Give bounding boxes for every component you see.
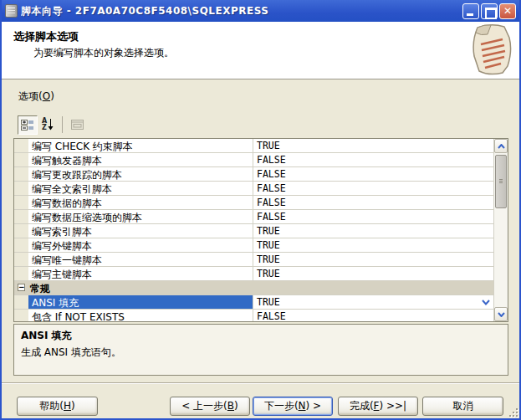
description-text: 生成 ANSI 填充语句。 — [21, 346, 501, 360]
option-value[interactable]: FALSE — [253, 210, 493, 223]
grid-row[interactable]: 包含 If NOT EXISTSFALSE — [14, 310, 493, 321]
grid-row[interactable]: 编写全文索引脚本FALSE — [14, 182, 493, 196]
app-icon — [5, 4, 18, 18]
row-gutter — [14, 253, 28, 266]
page-subtitle: 为要编写脚本的对象选择选项。 — [2, 46, 519, 60]
grid-row[interactable]: 编写更改跟踪的脚本FALSE — [14, 167, 493, 182]
alphabetical-sort-button[interactable]: AZ — [38, 115, 58, 135]
close-button[interactable] — [499, 3, 516, 19]
description-title: ANSI 填充 — [21, 329, 501, 343]
row-gutter — [14, 153, 28, 166]
option-name[interactable]: 编写主键脚本 — [28, 267, 253, 280]
categorized-icon — [21, 119, 34, 131]
toolbar-separator — [62, 116, 63, 133]
maximize-button[interactable] — [481, 3, 498, 19]
option-name[interactable]: ANSI 填充 — [28, 295, 253, 309]
grid-toolbar: AZ — [18, 115, 87, 135]
property-pages-button[interactable] — [67, 115, 87, 135]
cancel-button[interactable]: 取消 — [422, 397, 503, 416]
help-button[interactable]: 帮助(H) — [17, 397, 98, 416]
row-gutter — [14, 310, 28, 321]
chevron-up-icon — [498, 144, 505, 149]
option-name[interactable]: 编写 CHECK 约束脚本 — [28, 139, 253, 152]
option-name[interactable]: 编写更改跟踪的脚本 — [28, 167, 253, 181]
row-gutter — [14, 139, 28, 152]
categorized-button[interactable] — [18, 115, 38, 135]
back-button[interactable]: < 上一步(B) — [170, 397, 250, 416]
row-gutter — [14, 182, 28, 195]
script-scroll-icon — [466, 23, 514, 76]
finish-button[interactable]: 完成(F) >>| — [338, 397, 418, 416]
wizard-body: 选项(O) AZ — [2, 79, 519, 418]
grid-row[interactable]: 编写触发器脚本FALSE — [14, 153, 493, 167]
options-property-grid: 编写 CHECK 约束脚本TRUE编写触发器脚本FALSE编写更改跟踪的脚本FA… — [13, 138, 508, 322]
property-pages-icon — [71, 120, 84, 130]
option-name[interactable]: 编写外键脚本 — [28, 238, 253, 252]
option-description-panel: ANSI 填充 生成 ANSI 填充语句。 — [13, 324, 508, 376]
scroll-up-button[interactable] — [494, 139, 508, 153]
option-value[interactable]: TRUE — [253, 139, 493, 152]
scroll-down-button[interactable] — [494, 307, 508, 321]
vertical-scrollbar[interactable] — [493, 139, 508, 321]
scroll-thumb[interactable] — [495, 155, 507, 208]
footer-separator — [2, 382, 519, 384]
row-gutter — [14, 210, 28, 223]
grid-row[interactable]: 编写主键脚本TRUE — [14, 267, 493, 281]
option-value[interactable]: TRUE — [253, 224, 493, 238]
scroll-track[interactable] — [494, 153, 508, 307]
option-value[interactable]: TRUE — [253, 295, 493, 309]
next-button[interactable]: 下一步(N) > — [253, 397, 333, 416]
option-value[interactable]: TRUE — [253, 238, 493, 252]
option-name[interactable]: 编写触发器脚本 — [28, 153, 253, 166]
collapse-icon[interactable]: − — [18, 284, 25, 291]
grid-category-row[interactable]: −常规 — [14, 281, 493, 295]
resize-grip[interactable] — [508, 407, 518, 417]
option-value[interactable]: FALSE — [253, 310, 493, 321]
row-gutter — [14, 267, 28, 280]
option-value[interactable]: TRUE — [253, 267, 493, 280]
title-bar: 脚本向导 - 2F7A0A70C8F5408\SQLEXPRESS — [2, 0, 519, 22]
grid-row[interactable]: 编写 CHECK 约束脚本TRUE — [14, 139, 493, 153]
minimize-button[interactable] — [462, 3, 479, 19]
page-title: 选择脚本选项 — [2, 22, 519, 46]
wizard-dialog: 脚本向导 - 2F7A0A70C8F5408\SQLEXPRESS 选择脚本选项… — [0, 0, 521, 420]
window-title: 脚本向导 - 2F7A0A70C8F5408\SQLEXPRESS — [21, 4, 459, 18]
category-label: 常规 — [27, 281, 54, 295]
row-gutter — [14, 238, 28, 252]
grid-row[interactable]: ANSI 填充TRUE — [14, 295, 493, 310]
option-name[interactable]: 编写数据的脚本 — [28, 196, 253, 209]
option-name[interactable]: 编写索引脚本 — [28, 224, 253, 238]
row-gutter — [14, 196, 28, 209]
option-value[interactable]: FALSE — [253, 153, 493, 166]
option-name[interactable]: 编写全文索引脚本 — [28, 182, 253, 195]
alphabetical-sort-icon: AZ — [42, 118, 54, 131]
row-gutter — [14, 295, 28, 309]
grid-row[interactable]: 编写数据的脚本FALSE — [14, 196, 493, 210]
grid-row[interactable]: 编写索引脚本TRUE — [14, 224, 493, 238]
row-gutter — [14, 167, 28, 181]
option-name[interactable]: 编写数据压缩选项的脚本 — [28, 210, 253, 223]
option-value[interactable]: FALSE — [253, 196, 493, 209]
option-name[interactable]: 编写唯一键脚本 — [28, 253, 253, 266]
option-name[interactable]: 包含 If NOT EXISTS — [28, 310, 253, 321]
grid-row[interactable]: 编写唯一键脚本TRUE — [14, 253, 493, 267]
option-value[interactable]: FALSE — [253, 182, 493, 195]
grid-body: 编写 CHECK 约束脚本TRUE编写触发器脚本FALSE编写更改跟踪的脚本FA… — [14, 139, 493, 321]
chevron-down-icon — [498, 312, 505, 317]
option-value[interactable]: FALSE — [253, 167, 493, 181]
grid-row[interactable]: 编写外键脚本TRUE — [14, 238, 493, 253]
option-value[interactable]: TRUE — [253, 253, 493, 266]
value-dropdown-icon[interactable] — [479, 296, 493, 308]
wizard-header: 选择脚本选项 为要编写脚本的对象选择选项。 — [2, 22, 519, 79]
row-gutter — [14, 224, 28, 238]
grid-row[interactable]: 编写数据压缩选项的脚本FALSE — [14, 210, 493, 224]
options-label: 选项(O) — [18, 90, 54, 104]
